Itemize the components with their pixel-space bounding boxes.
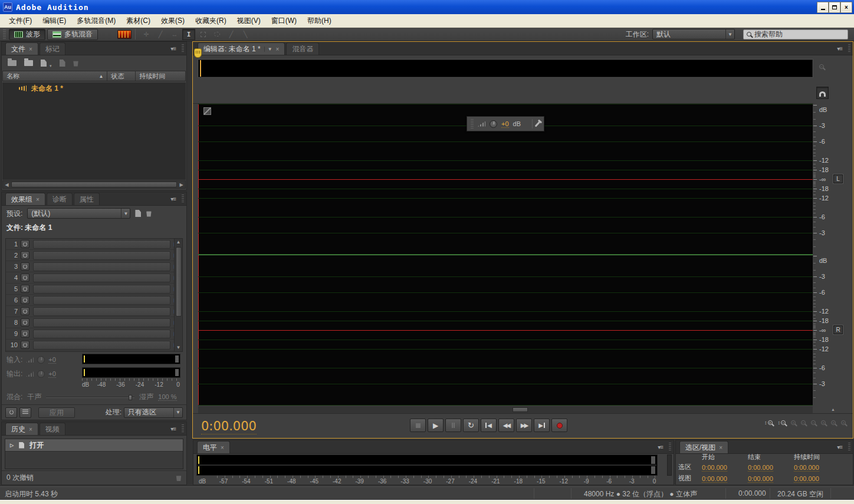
waveform-display[interactable] <box>198 104 813 406</box>
open-file-icon[interactable] <box>8 60 17 66</box>
column-header-持续时间[interactable]: 持续时间 <box>136 71 185 81</box>
time-value[interactable]: 0:00.000 <box>702 475 727 483</box>
slip-tool-button[interactable]: ↔ <box>168 29 181 40</box>
tab-选区/视图[interactable]: 选区/视图× <box>679 441 728 453</box>
tab-close-icon[interactable]: × <box>29 426 32 433</box>
panel-grip[interactable] <box>669 443 671 452</box>
slot-power-button[interactable] <box>21 240 29 248</box>
record-button[interactable] <box>551 419 567 432</box>
hud-gain-knob[interactable] <box>490 120 497 128</box>
toolbar-grip[interactable] <box>3 29 6 39</box>
multitrack-view-button[interactable]: 多轨混音 <box>47 29 98 40</box>
tab-诊断[interactable]: 诊断 <box>47 193 73 205</box>
effect-slot[interactable] <box>33 318 170 327</box>
workspace-dropdown[interactable]: 默认 ▼ <box>652 29 735 39</box>
loop-button[interactable]: ↻ <box>463 419 479 432</box>
tab-效果组[interactable]: 效果组× <box>5 193 45 205</box>
output-gain-value[interactable]: +0 <box>48 370 56 378</box>
slot-power-button[interactable] <box>21 262 29 271</box>
waveform-hscrollbar[interactable] <box>198 406 813 413</box>
slot-power-button[interactable] <box>21 274 29 282</box>
rack-list-button[interactable] <box>19 407 31 418</box>
slot-power-button[interactable] <box>21 285 29 293</box>
go-start-button[interactable]: ◀ <box>481 419 497 432</box>
effect-slot[interactable] <box>33 274 170 282</box>
new-file-icon[interactable] <box>41 60 47 67</box>
panel-menu-icon[interactable]: ▾≡ <box>170 426 176 432</box>
hud-gain-value[interactable]: +0 <box>501 120 509 128</box>
levels-meter[interactable] <box>196 454 658 476</box>
pause-button[interactable] <box>445 419 461 432</box>
slot-power-button[interactable] <box>21 330 29 338</box>
effect-slot[interactable] <box>33 330 170 338</box>
effect-slot[interactable] <box>33 307 170 316</box>
snap-toggle-button[interactable] <box>816 87 829 99</box>
marquee-selection-tool-button[interactable] <box>196 29 209 40</box>
zoom-out-time-button[interactable]: − <box>801 420 806 425</box>
hud-grip[interactable] <box>471 119 474 129</box>
zoom-reset-button[interactable]: − <box>811 420 816 425</box>
mix-slider-thumb[interactable] <box>129 395 132 400</box>
overview-bar[interactable] <box>198 60 813 77</box>
zoom-out-amplitude-button[interactable]: ↕− <box>778 420 786 426</box>
close-button[interactable]: × <box>841 2 852 12</box>
playhead-handle[interactable] <box>194 48 202 58</box>
slot-power-button[interactable] <box>21 251 29 259</box>
delete-preset-icon[interactable] <box>146 210 152 217</box>
tab-混音器[interactable]: 混音器 <box>286 42 319 55</box>
menu-item[interactable]: 编辑(E) <box>37 14 71 28</box>
slot-power-button[interactable] <box>21 318 29 327</box>
zoom-to-selection-button[interactable]: + <box>841 420 846 425</box>
scroll-down-icon[interactable]: ▼ <box>176 344 181 351</box>
menu-item[interactable]: 文件(F) <box>4 14 37 28</box>
tab-文件[interactable]: 文件× <box>5 42 38 55</box>
go-end-button[interactable]: ▶ <box>534 419 550 432</box>
tab-编辑器: 未命名 1 *[interactable]: 编辑器: 未命名 1 *▼× <box>198 42 285 55</box>
waveform-view-button[interactable]: 波形 <box>9 29 45 40</box>
time-selection-tool-button[interactable]: I <box>182 29 195 40</box>
tab-历史[interactable]: 历史× <box>5 423 38 435</box>
tab-视频[interactable]: 视频 <box>40 423 65 435</box>
files-hscrollbar[interactable]: ◀ ▶ <box>2 180 186 189</box>
menu-item[interactable]: 素材(C) <box>121 14 156 28</box>
hud-pin-icon[interactable] <box>535 121 541 127</box>
delete-file-icon[interactable] <box>73 60 79 67</box>
tab-close-icon[interactable]: × <box>276 46 280 52</box>
scroll-up-icon[interactable]: ▲ <box>176 239 181 246</box>
panel-menu-icon[interactable]: ▾≡ <box>837 444 842 450</box>
scroll-thumb[interactable] <box>513 407 528 412</box>
slot-power-button[interactable] <box>21 341 29 349</box>
scroll-thumb[interactable] <box>11 182 177 187</box>
tab-close-icon[interactable]: × <box>36 196 40 203</box>
effect-slot[interactable] <box>33 251 170 260</box>
process-dropdown[interactable]: 只有选区 ▼ <box>124 407 183 418</box>
effect-slot[interactable] <box>33 296 170 305</box>
fast-forward-button[interactable]: ▶▶ <box>516 419 532 432</box>
menu-item[interactable]: 收藏夹(R) <box>190 14 232 28</box>
file-row[interactable]: 未命名 1 * <box>2 83 186 94</box>
wet-value[interactable]: 100 % <box>158 393 176 401</box>
time-value[interactable]: 0:00.000 <box>794 475 819 483</box>
spectral-display-button[interactable] <box>117 30 132 39</box>
overview-playhead[interactable] <box>200 60 201 77</box>
panel-grip[interactable] <box>182 195 184 203</box>
tab-close-icon[interactable]: × <box>221 444 224 451</box>
clear-history-icon[interactable] <box>176 475 182 481</box>
scroll-thumb[interactable] <box>176 247 182 317</box>
paintbrush-tool-button[interactable]: ╱ <box>225 29 238 40</box>
effect-slot[interactable] <box>33 285 170 294</box>
panel-grip[interactable] <box>182 44 184 53</box>
rack-power-button[interactable] <box>5 407 17 418</box>
tab-电平[interactable]: 电平× <box>197 441 230 453</box>
effect-slot[interactable] <box>33 341 170 350</box>
panel-menu-icon[interactable]: ▾≡ <box>170 196 176 202</box>
menu-item[interactable]: 效果(S) <box>156 14 190 28</box>
scroll-right-icon[interactable]: ▶ <box>178 182 185 187</box>
panel-grip[interactable] <box>848 443 850 452</box>
move-tool-button[interactable]: ✛ <box>140 29 153 40</box>
tab-标记[interactable]: 标记 <box>40 42 65 55</box>
scale-scroll-up-icon[interactable]: ▲ <box>813 407 853 411</box>
slot-power-button[interactable] <box>21 307 29 315</box>
input-gain-knob[interactable] <box>37 356 45 364</box>
preset-dropdown[interactable]: (默认) ▼ <box>27 208 130 219</box>
